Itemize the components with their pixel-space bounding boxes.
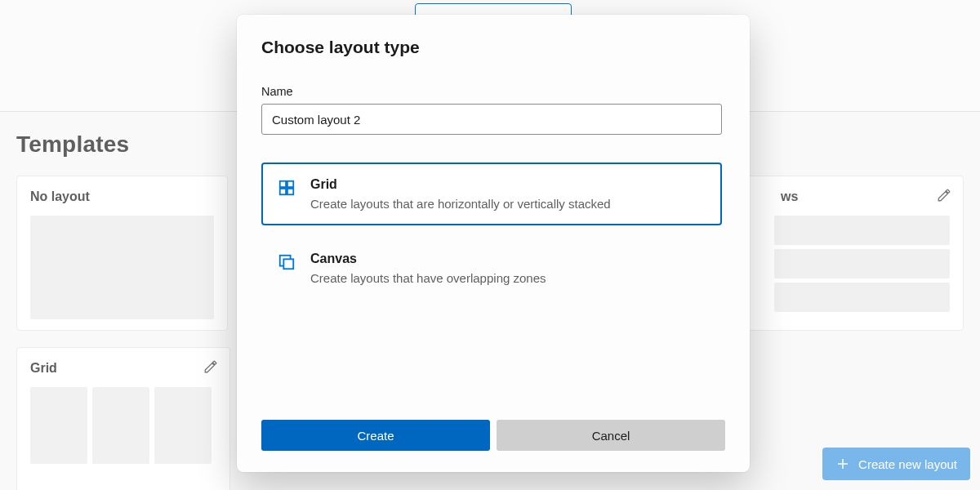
option-grid[interactable]: Grid Create layouts that are horizontall… [261,163,722,225]
choose-layout-dialog: Choose layout type Name Grid Create layo… [237,15,750,472]
create-button[interactable]: Create [261,420,490,451]
layout-preview [30,387,216,464]
plus-icon [835,457,850,471]
dialog-title: Choose layout type [261,38,725,57]
template-card-no-layout[interactable]: No layout [16,176,228,331]
pencil-icon[interactable] [937,188,951,203]
svg-rect-2 [280,189,286,194]
option-title: Canvas [310,252,704,266]
option-description: Create layouts that have overlapping zon… [310,271,704,285]
svg-rect-3 [287,189,293,194]
layout-preview [774,216,950,312]
grid-icon [278,179,296,197]
card-title: Grid [30,361,216,376]
layout-preview [30,216,214,319]
name-label: Name [261,85,725,98]
option-description: Create layouts that are horizontally or … [310,197,704,211]
create-new-layout-label: Create new layout [858,457,957,471]
pencil-icon[interactable] [203,359,218,374]
template-card-grid[interactable]: Grid [16,347,230,490]
card-title: ws [781,189,950,204]
create-new-layout-button[interactable]: Create new layout [822,448,970,480]
svg-rect-1 [287,181,293,187]
canvas-icon [278,253,296,271]
layout-type-options: Grid Create layouts that are horizontall… [261,163,725,311]
svg-rect-5 [283,259,293,269]
cancel-button[interactable]: Cancel [497,420,725,451]
option-title: Grid [310,177,704,192]
layout-name-input[interactable] [261,104,722,135]
option-canvas[interactable]: Canvas Create layouts that have overlapp… [261,237,722,300]
svg-rect-0 [280,181,286,187]
card-title: No layout [30,189,214,204]
